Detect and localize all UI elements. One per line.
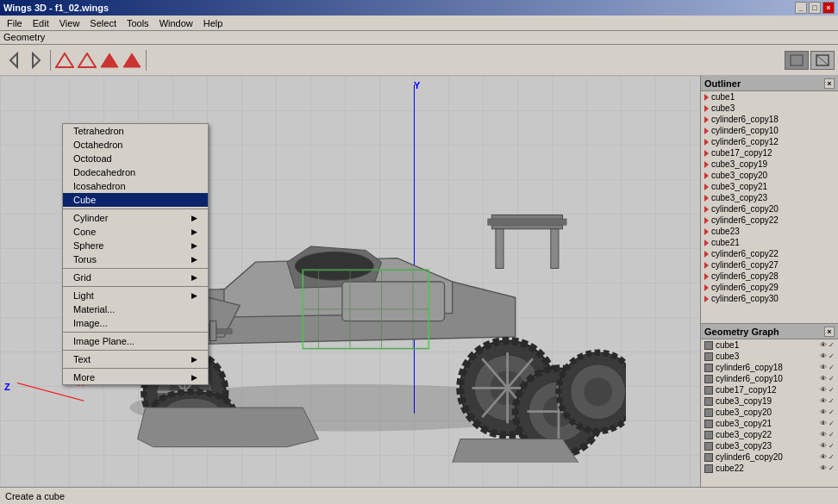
geom-item[interactable]: cube3_copy22 👁 ✓ — [701, 429, 838, 440]
outliner-item[interactable]: cube21 — [701, 237, 838, 248]
geom-visibility-icon[interactable]: 👁 ✓ — [820, 386, 835, 394]
outliner-triangle — [704, 116, 709, 123]
geom-item[interactable]: cube3 👁 ✓ — [701, 351, 838, 362]
outliner-item[interactable]: cylinder6_copy22 — [701, 248, 838, 259]
ctx-light[interactable]: Light ▶ — [63, 289, 208, 302]
geom-item[interactable]: cube1 👁 ✓ — [701, 339, 838, 351]
geom-item[interactable]: cube3_copy21 👁 ✓ — [701, 418, 838, 429]
geom-visibility-icon[interactable]: 👁 ✓ — [820, 420, 835, 427]
outliner-triangle — [704, 150, 709, 157]
ctx-cone-arrow: ▶ — [191, 227, 197, 236]
outliner-item[interactable]: cylinder6_copy28 — [701, 271, 838, 282]
svg-rect-11 — [496, 228, 503, 268]
ctx-dodecahedron[interactable]: Dodecahedron — [63, 165, 208, 179]
geom-visibility-icon[interactable]: 👁 ✓ — [820, 375, 835, 383]
geom-visibility-icon[interactable]: 👁 ✓ — [820, 431, 835, 439]
geom-visibility-icon[interactable]: 👁 ✓ — [820, 464, 835, 472]
geom-item[interactable]: cube3_copy19 👁 ✓ — [701, 395, 838, 407]
menu-window[interactable]: Window — [154, 17, 198, 29]
geom-visibility-icon[interactable]: 👁 ✓ — [820, 453, 835, 461]
ctx-sphere[interactable]: Sphere ▶ — [63, 239, 208, 252]
outliner-item[interactable]: cube17_copy12 — [701, 147, 838, 159]
outliner-item[interactable]: cylinder6_copy18 — [701, 114, 838, 125]
geom-item[interactable]: cube3_copy23 👁 ✓ — [701, 440, 838, 451]
outliner-item[interactable]: cube3_copy19 — [701, 159, 838, 170]
geom-graph: Geometry Graph × cube1 👁 ✓ cube3 👁 ✓ cyl… — [700, 323, 838, 487]
outliner-list[interactable]: cube1 cube3 cylinder6_copy18 cylinder6_c… — [701, 91, 838, 323]
ctx-cone[interactable]: Cone ▶ — [63, 225, 208, 239]
ctx-torus-arrow: ▶ — [191, 255, 197, 264]
ctx-octotoad[interactable]: Octotoad — [63, 152, 208, 165]
geom-item[interactable]: cylinder6_copy10 👁 ✓ — [701, 373, 838, 384]
outliner-item[interactable]: cube3_copy23 — [701, 192, 838, 203]
ctx-more[interactable]: More ▶ — [63, 370, 208, 384]
svg-marker-3 — [78, 53, 96, 67]
nav-back-button[interactable] — [3, 50, 24, 71]
mode-edge-button[interactable] — [77, 50, 97, 71]
mode-vertex-button[interactable] — [54, 50, 75, 71]
viewport[interactable]: Z X Y — [0, 76, 700, 487]
maximize-button[interactable]: □ — [809, 2, 821, 14]
geom-visibility-icon[interactable]: 👁 ✓ — [820, 408, 835, 416]
ctx-octahedron[interactable]: Octahedron — [63, 138, 208, 152]
close-button[interactable]: × — [822, 2, 835, 14]
outliner-item[interactable]: cube3_copy21 — [701, 181, 838, 192]
mode-face-button[interactable] — [99, 50, 120, 71]
geom-visibility-icon[interactable]: 👁 ✓ — [820, 352, 835, 360]
outliner-item[interactable]: cube3 — [701, 103, 838, 114]
ctx-icosahedron[interactable]: Icosahedron — [63, 179, 208, 193]
outliner-item[interactable]: cylinder6_copy22 — [701, 215, 838, 226]
geom-item[interactable]: cylinder6_copy20 👁 ✓ — [701, 451, 838, 463]
ctx-grid[interactable]: Grid ▶ — [63, 271, 208, 284]
geom-graph-list[interactable]: cube1 👁 ✓ cube3 👁 ✓ cylinder6_copy18 👁 ✓… — [701, 339, 838, 487]
nav-forward-button[interactable] — [26, 50, 47, 71]
geom-item-icon — [704, 431, 713, 439]
ctx-cylinder[interactable]: Cylinder ▶ — [63, 211, 208, 225]
menu-file[interactable]: File — [2, 17, 28, 29]
geom-visibility-icon[interactable]: 👁 ✓ — [820, 397, 835, 405]
geom-item[interactable]: cube3_copy20 👁 ✓ — [701, 407, 838, 418]
ctx-text-arrow: ▶ — [191, 355, 197, 364]
ctx-text[interactable]: Text ▶ — [63, 352, 208, 366]
view-solid-button[interactable] — [785, 51, 809, 70]
outliner-item[interactable]: cylinder6_copy29 — [701, 282, 838, 293]
outliner-item[interactable]: cylinder6_copy30 — [701, 293, 838, 304]
geom-item-icon — [704, 375, 713, 383]
ctx-tetrahedron[interactable]: Tetrahedron — [63, 124, 208, 138]
geom-item[interactable]: cylinder6_copy18 👁 ✓ — [701, 362, 838, 373]
outliner-triangle — [704, 195, 709, 202]
outliner-item[interactable]: cylinder6_copy20 — [701, 203, 838, 215]
ctx-more-arrow: ▶ — [191, 373, 197, 382]
menu-edit[interactable]: Edit — [28, 17, 54, 29]
outliner-close-button[interactable]: × — [824, 78, 835, 89]
menu-tools[interactable]: Tools — [122, 17, 154, 29]
outliner-item[interactable]: cube3_copy20 — [701, 170, 838, 181]
main-area: Z X Y — [0, 76, 838, 487]
ctx-cube[interactable]: Cube — [63, 193, 208, 207]
geom-item[interactable]: cube22 👁 ✓ — [701, 463, 838, 474]
geom-item[interactable]: cube17_copy12 👁 ✓ — [701, 384, 838, 395]
minimize-button[interactable]: _ — [795, 2, 807, 14]
svg-point-17 — [295, 252, 373, 280]
mode-body-button[interactable] — [122, 50, 142, 71]
ctx-image-plane[interactable]: Image Plane... — [63, 334, 208, 348]
outliner-item[interactable]: cylinder6_copy10 — [701, 125, 838, 136]
geom-visibility-icon[interactable]: 👁 ✓ — [820, 341, 835, 349]
ctx-sphere-arrow: ▶ — [191, 241, 197, 250]
ctx-image[interactable]: Image... — [63, 316, 208, 330]
svg-marker-5 — [123, 53, 141, 67]
menu-help[interactable]: Help — [198, 17, 228, 29]
view-wire-button[interactable] — [810, 51, 835, 70]
outliner-item[interactable]: cube23 — [701, 226, 838, 237]
geom-visibility-icon[interactable]: 👁 ✓ — [820, 364, 835, 371]
geom-item-icon — [704, 442, 713, 451]
ctx-torus[interactable]: Torus ▶ — [63, 252, 208, 266]
outliner-item[interactable]: cylinder6_copy12 — [701, 136, 838, 147]
ctx-material[interactable]: Material... — [63, 302, 208, 316]
menu-select[interactable]: Select — [84, 17, 122, 29]
menu-view[interactable]: View — [54, 17, 85, 29]
geom-visibility-icon[interactable]: 👁 ✓ — [820, 442, 835, 450]
geom-graph-close-button[interactable]: × — [824, 327, 835, 337]
outliner-item[interactable]: cylinder6_copy27 — [701, 259, 838, 271]
outliner-item[interactable]: cube1 — [701, 91, 838, 103]
